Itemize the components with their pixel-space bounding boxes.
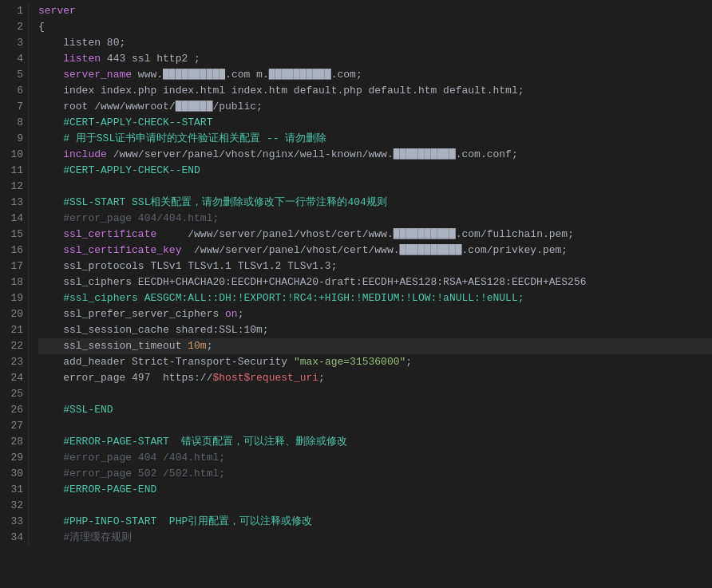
code-content[interactable]: server{ listen 80; listen 443 ssl http2 … bbox=[29, 3, 712, 546]
line-number: 3 bbox=[5, 35, 23, 51]
line-number: 21 bbox=[5, 322, 23, 338]
code-line bbox=[38, 498, 712, 514]
line-number: 20 bbox=[5, 306, 23, 322]
line-number: 28 bbox=[5, 434, 23, 450]
code-editor: 1234567891011121314151617181920212223242… bbox=[0, 0, 712, 549]
line-number: 5 bbox=[5, 67, 23, 83]
code-line: ssl_certificate_key /www/server/panel/vh… bbox=[38, 243, 712, 258]
line-number: 9 bbox=[5, 131, 23, 147]
code-line: #error_page 404/404.html; bbox=[38, 211, 712, 227]
line-number: 1 bbox=[5, 3, 23, 19]
code-line: { bbox=[38, 19, 712, 35]
code-line: #CERT-APPLY-CHECK--END bbox=[38, 163, 712, 179]
code-line: #SSL-END bbox=[38, 402, 712, 418]
code-line: index index.php index.html index.htm def… bbox=[38, 83, 712, 99]
line-number: 13 bbox=[5, 195, 23, 211]
code-line: ssl_session_timeout 10m; bbox=[38, 338, 712, 354]
line-number: 14 bbox=[5, 211, 23, 227]
line-number: 19 bbox=[5, 290, 23, 306]
line-number: 30 bbox=[5, 466, 23, 482]
line-numbers: 1234567891011121314151617181920212223242… bbox=[0, 3, 29, 546]
line-number: 7 bbox=[5, 99, 23, 115]
line-number: 15 bbox=[5, 227, 23, 243]
code-line: #ssl_ciphers AESGCM:ALL::DH:!EXPORT:!RC4… bbox=[38, 290, 712, 306]
line-number: 26 bbox=[5, 402, 23, 418]
code-line bbox=[38, 418, 712, 434]
line-number: 31 bbox=[5, 482, 23, 498]
line-number: 29 bbox=[5, 450, 23, 466]
line-number: 22 bbox=[5, 338, 23, 354]
code-line: #ERROR-PAGE-START 错误页配置，可以注释、删除或修改 bbox=[38, 434, 712, 450]
code-line: #清理缓存规则 bbox=[38, 530, 712, 546]
line-number: 18 bbox=[5, 274, 23, 290]
line-number: 4 bbox=[5, 51, 23, 67]
code-line: ssl_session_cache shared:SSL:10m; bbox=[38, 322, 712, 338]
code-line: ssl_certificate /www/server/panel/vhost/… bbox=[38, 227, 712, 243]
code-line: listen 443 ssl http2 ; bbox=[38, 51, 712, 67]
line-number: 12 bbox=[5, 179, 23, 195]
line-number: 2 bbox=[5, 19, 23, 35]
code-line: ssl_protocols TLSv1 TLSv1.1 TLSv1.2 TLSv… bbox=[38, 258, 712, 274]
code-line: add_header Strict-Transport-Security "ma… bbox=[38, 354, 712, 370]
line-number: 16 bbox=[5, 243, 23, 258]
line-number: 24 bbox=[5, 370, 23, 386]
line-number: 23 bbox=[5, 354, 23, 370]
line-number: 25 bbox=[5, 386, 23, 402]
code-line: #PHP-INFO-START PHP引用配置，可以注释或修改 bbox=[38, 514, 712, 530]
code-line: include /www/server/panel/vhost/nginx/we… bbox=[38, 147, 712, 163]
line-number: 27 bbox=[5, 418, 23, 434]
code-line: ssl_ciphers EECDH+CHACHA20:EECDH+CHACHA2… bbox=[38, 274, 712, 290]
code-line: #ERROR-PAGE-END bbox=[38, 482, 712, 498]
code-line: server bbox=[38, 3, 712, 19]
code-line: ssl_prefer_server_ciphers on; bbox=[38, 306, 712, 322]
line-number: 10 bbox=[5, 147, 23, 163]
code-line: listen 80; bbox=[38, 35, 712, 51]
code-line: # 用于SSL证书申请时的文件验证相关配置 -- 请勿删除 bbox=[38, 131, 712, 147]
code-line: #CERT-APPLY-CHECK--START bbox=[38, 115, 712, 131]
code-line bbox=[38, 179, 712, 195]
line-number: 33 bbox=[5, 514, 23, 530]
line-number: 6 bbox=[5, 83, 23, 99]
code-line: root /www/wwwroot/██████/public; bbox=[38, 99, 712, 115]
line-number: 11 bbox=[5, 163, 23, 179]
line-number: 32 bbox=[5, 498, 23, 514]
code-line: #error_page 404 /404.html; bbox=[38, 450, 712, 466]
line-number: 8 bbox=[5, 115, 23, 131]
code-line: server_name www.██████████.com m.███████… bbox=[38, 67, 712, 83]
code-line: #SSL-START SSL相关配置，请勿删除或修改下一行带注释的404规则 bbox=[38, 195, 712, 211]
code-line bbox=[38, 386, 712, 402]
code-line: error_page 497 https://$host$request_uri… bbox=[38, 370, 712, 386]
line-number: 17 bbox=[5, 258, 23, 274]
code-line: #error_page 502 /502.html; bbox=[38, 466, 712, 482]
line-number: 34 bbox=[5, 530, 23, 546]
